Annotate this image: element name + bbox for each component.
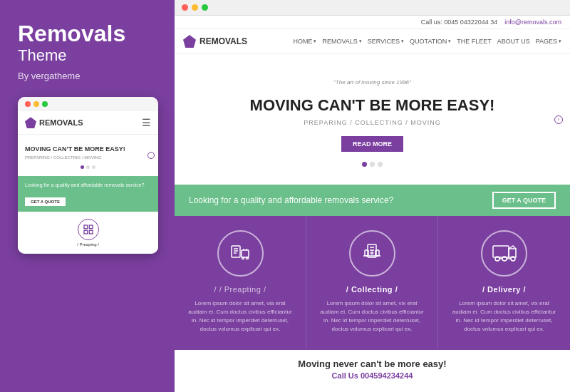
mockup-chrome <box>18 97 158 111</box>
delivery-icon-wrap <box>481 230 527 277</box>
nav-about[interactable]: ABOUT US <box>497 38 530 45</box>
nav-quotation[interactable]: QUOTATION▾ <box>410 38 451 45</box>
browser-dot-red <box>182 4 188 11</box>
hero-title: MOVING CAN'T BE MORE EASY! <box>189 96 556 115</box>
nav-home-arrow: ▾ <box>314 38 316 44</box>
svg-rect-0 <box>84 225 88 229</box>
dot-indicator-2 <box>86 165 90 169</box>
mockup-dot-yellow <box>33 101 39 107</box>
website-preview: Call us: 0045 04322044 34 info@removals.… <box>175 16 570 392</box>
hero-section: "The art of moving since 1996" MOVING CA… <box>175 54 570 185</box>
nav-removals-arrow: ▾ <box>359 38 362 44</box>
dot-indicator-1 <box>81 165 84 169</box>
mockup-dot-green <box>42 101 48 107</box>
footer-title: Moving never can't be more easy! <box>183 359 561 369</box>
email-address: info@removals.com <box>504 19 561 26</box>
delivery-icon <box>492 242 517 266</box>
site-logo-text: REMOVALS <box>200 36 247 46</box>
dot-indicator-3 <box>92 165 95 169</box>
mockup-quote-button[interactable]: GET A QUOTE <box>25 197 66 206</box>
preaping-icon <box>78 219 99 240</box>
mockup-hero-title: MOVING CAN'T BE MORE EASY! <box>25 145 151 153</box>
preaping-icon <box>229 240 252 267</box>
feature-card-delivery: / Delivery / Lorem ipsum dolor sit amet,… <box>438 216 570 348</box>
svg-point-11 <box>242 257 244 259</box>
hero-dot-2 <box>370 162 375 167</box>
hero-nav-dots <box>189 162 556 167</box>
browser-dot-yellow <box>192 4 198 11</box>
svg-rect-19 <box>375 250 379 256</box>
nav-pages[interactable]: PAGES▾ <box>536 38 561 45</box>
mockup-feature-label: / Preaping / <box>77 242 99 247</box>
mockup-quote-banner: Looking for a quality and affordable rem… <box>18 176 158 212</box>
nav-removals[interactable]: REMOVALS▾ <box>322 38 361 45</box>
nav-pages-arrow: ▾ <box>559 38 561 44</box>
quote-banner-text: Looking for a quality and affordable rem… <box>189 195 393 205</box>
browser-dot-green <box>202 4 208 11</box>
hamburger-icon: ☰ <box>142 117 151 128</box>
features-section: / / Preapting / Lorem ipsum dolor sit am… <box>175 216 570 348</box>
collecting-icon <box>361 240 383 267</box>
svg-rect-3 <box>89 230 93 234</box>
svg-rect-4 <box>232 246 240 257</box>
get-a-quote-button[interactable]: GET A QUOTE <box>492 192 556 209</box>
quote-banner: Looking for a quality and affordable rem… <box>175 185 570 216</box>
feature-preaping-title: / / Preapting / <box>185 285 295 294</box>
top-bar: Call us: 0045 04322044 34 info@removals.… <box>175 16 570 29</box>
collecting-icon-wrap <box>349 230 395 277</box>
nav-services-arrow: ▾ <box>401 38 404 44</box>
nav-links: HOME▾ REMOVALS▾ SERVICES▾ QUOTATION▾ THE… <box>293 38 561 45</box>
feature-collecting-title: / Collecting / <box>317 285 427 294</box>
feature-delivery-desc: Lorem ipsum dolor sit amet, vix erat aud… <box>449 299 559 334</box>
mockup-logo-icon <box>25 117 36 128</box>
browser-chrome <box>175 0 570 16</box>
mockup-features: / Preaping / <box>18 212 158 254</box>
site-logo-icon <box>183 35 196 48</box>
hero-tagline: "The art of moving since 1996" <box>189 79 556 86</box>
mockup-hero: MOVING CAN'T BE MORE EASY! PREPARING / C… <box>18 135 158 176</box>
mockup-feature-preaping: / Preaping / <box>77 219 99 247</box>
mockup-nav: REMOVALS ☰ <box>18 111 158 135</box>
read-more-button[interactable]: READ MORE <box>341 136 403 152</box>
svg-rect-8 <box>242 250 249 257</box>
sidebar: Removals Theme By vergatheme REMOVALS ☰ … <box>0 0 175 392</box>
svg-point-12 <box>247 257 249 259</box>
theme-title: Removals Theme <box>18 21 125 71</box>
main-content: Call us: 0045 04322044 34 info@removals.… <box>175 0 570 392</box>
hero-dot-1 <box>362 162 367 167</box>
footer-banner: Moving never can't be more easy! Call Us… <box>175 348 570 388</box>
nav-services[interactable]: SERVICES▾ <box>368 38 404 45</box>
hero-dot-3 <box>378 162 383 167</box>
feature-delivery-title: / Delivery / <box>449 285 559 294</box>
feature-preaping-desc: Lorem ipsum dolor sit amet, via erat aud… <box>185 299 295 334</box>
site-nav: REMOVALS HOME▾ REMOVALS▾ SERVICES▾ QUOTA… <box>175 29 570 54</box>
mockup-dot-red <box>25 101 31 107</box>
footer-phone: Call Us 004594234244 <box>183 371 561 380</box>
feature-card-preaping: / / Preapting / Lorem ipsum dolor sit am… <box>175 216 306 348</box>
feature-card-collecting: / Collecting / Lorem ipsum dolor sit ame… <box>306 216 438 348</box>
svg-rect-18 <box>365 250 368 256</box>
hero-next-arrow[interactable]: › <box>554 115 563 124</box>
mockup-logo: REMOVALS <box>25 117 83 128</box>
preaping-icon-wrap <box>217 230 264 277</box>
phone-number: Call us: 0045 04322044 34 <box>421 19 498 26</box>
sidebar-author: By vergatheme <box>18 71 80 81</box>
hero-subtitle: PREPARING / COLLECTING / MOVING <box>189 119 556 126</box>
feature-collecting-desc: Lorem ipsum dolor sit amet, vix erat aud… <box>317 299 427 334</box>
svg-point-16 <box>371 252 373 254</box>
svg-rect-1 <box>89 225 93 229</box>
mockup-dots-row <box>25 165 151 169</box>
mockup-banner-text: Looking for a quality and affordable rem… <box>25 182 151 189</box>
nav-home[interactable]: HOME▾ <box>293 38 316 45</box>
svg-rect-2 <box>84 230 88 234</box>
site-logo: REMOVALS <box>183 35 247 48</box>
svg-rect-20 <box>493 246 509 257</box>
mockup-hero-sub: PREPARING / COLLECTING / MOVING <box>25 155 151 160</box>
mobile-preview: REMOVALS ☰ MOVING CAN'T BE MORE EASY! PR… <box>18 97 158 254</box>
nav-quotation-arrow: ▾ <box>448 38 451 44</box>
nav-fleet[interactable]: THE FLEET <box>457 38 492 45</box>
slide-arrow-icon <box>147 152 155 159</box>
